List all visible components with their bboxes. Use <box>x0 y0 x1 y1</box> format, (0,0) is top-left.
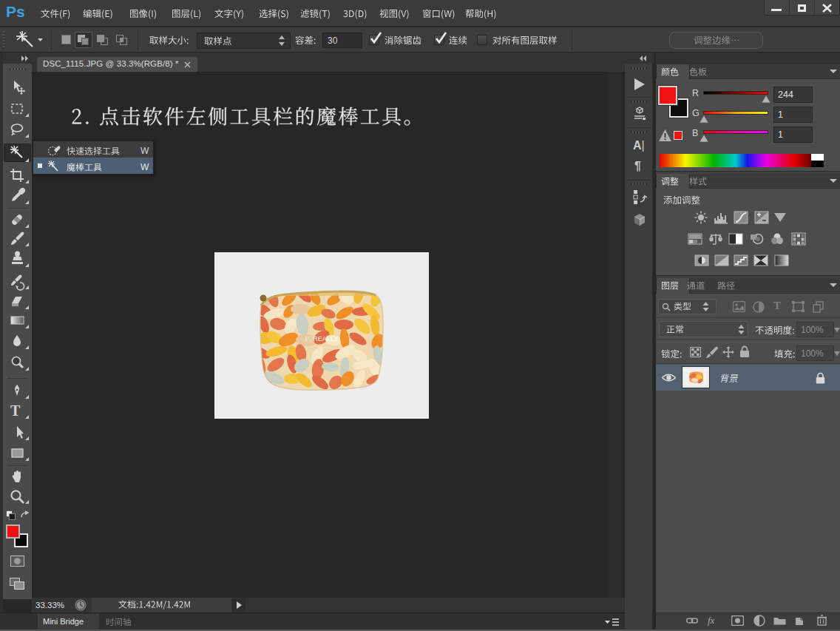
svg-text:I♡REALLY: I♡REALLY <box>305 335 338 343</box>
